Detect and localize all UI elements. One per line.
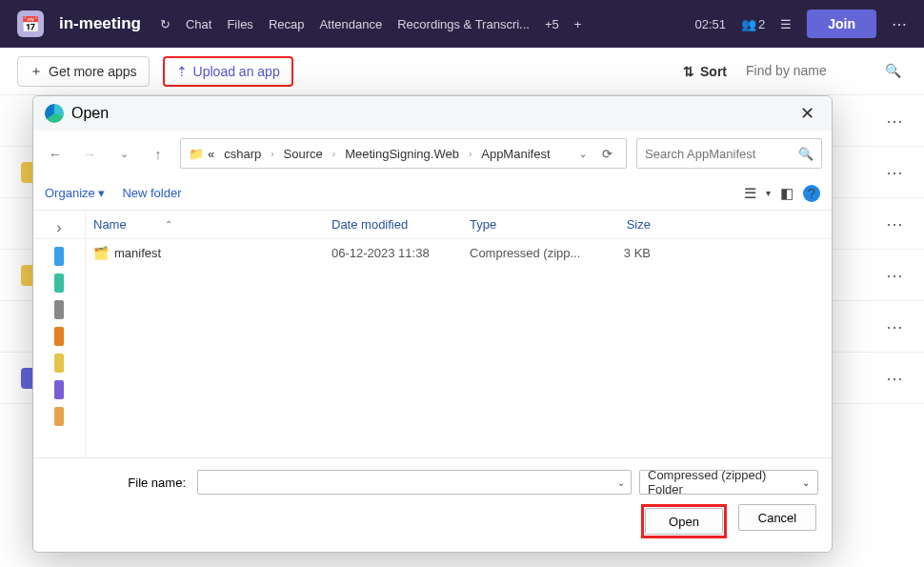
people-icon: 👥 (741, 17, 756, 31)
file-row[interactable]: 🗂️manifest 06-12-2023 11:38 Compressed (… (86, 239, 832, 266)
edge-icon (45, 104, 64, 123)
open-button[interactable]: Open (645, 508, 723, 535)
app-action-bar: ＋ Get more apps ⇡ Upload an app ⇅ Sort 🔍 (0, 48, 924, 95)
filename-dropdown-icon[interactable]: ⌄ (617, 477, 625, 488)
nav-recent-button[interactable]: ⌄ (111, 148, 136, 160)
search-icon: 🔍 (885, 63, 901, 78)
tab-chat[interactable]: Chat (186, 17, 211, 31)
list-icon[interactable]: ☰ (780, 17, 792, 31)
file-open-dialog: Open ✕ ← → ⌄ ↑ 📁 « csharp› Source› Meeti… (32, 95, 833, 553)
tab-recordings[interactable]: Recordings & Transcri... (397, 17, 530, 31)
breadcrumb-prefix: « (208, 147, 214, 161)
col-type-label[interactable]: Type (470, 217, 584, 232)
dialog-nav: ← → ⌄ ↑ 📁 « csharp› Source› MeetingSigni… (33, 131, 832, 176)
sidebar-place-3[interactable] (54, 300, 64, 319)
view-dropdown-icon[interactable]: ▾ (766, 188, 771, 198)
file-name-input-wrap[interactable]: ⌄ (197, 470, 632, 495)
dialog-sidebar: › (33, 211, 86, 457)
sidebar-place-7[interactable] (54, 407, 64, 426)
row-more-icon[interactable]: ⋯ (886, 111, 903, 132)
plus-icon: ＋ (30, 63, 43, 80)
file-date: 06-12-2023 11:38 (331, 246, 470, 260)
crumb-appmanifest[interactable]: AppManifest (475, 145, 555, 163)
column-headers[interactable]: Name⌃ Date modified Type Size (86, 211, 832, 239)
sync-icon[interactable]: ↻ (160, 17, 171, 31)
sidebar-place-1[interactable] (54, 247, 64, 266)
path-dropdown-icon[interactable]: ⌄ (573, 149, 593, 159)
organize-menu[interactable]: Organize ▾ (45, 186, 105, 200)
row-more-icon[interactable]: ⋯ (886, 316, 903, 337)
new-folder-button[interactable]: New folder (122, 186, 181, 200)
crumb-meetingsigning[interactable]: MeetingSigning.Web (339, 145, 465, 163)
refresh-button[interactable]: ⟳ (596, 147, 618, 161)
nav-up-button[interactable]: ↑ (146, 146, 171, 162)
tab-attendance[interactable]: Attendance (319, 17, 382, 31)
zip-icon: 🗂️ (93, 246, 109, 260)
more-tabs[interactable]: +5 (545, 17, 559, 31)
sidebar-place-5[interactable] (54, 354, 64, 373)
chevron-down-icon: ⌄ (802, 477, 810, 488)
dialog-search[interactable]: 🔍 (636, 138, 822, 169)
close-button[interactable]: ✕ (794, 101, 820, 126)
nav-back-button[interactable]: ← (43, 146, 68, 162)
sidebar-place-2[interactable] (54, 273, 64, 293)
meeting-title: in-meeting (59, 14, 141, 33)
view-list-icon[interactable]: ☰ (744, 185, 756, 202)
breadcrumb-path[interactable]: 📁 « csharp› Source› MeetingSigning.Web› … (180, 138, 627, 169)
tab-files[interactable]: Files (227, 17, 252, 31)
upload-icon: ⇡ (176, 64, 188, 79)
col-name-label[interactable]: Name (93, 217, 127, 232)
sidebar-place-4[interactable] (54, 327, 64, 346)
dialog-footer: File name: ⌄ Compressed (zipped) Folder … (33, 457, 832, 552)
get-more-apps-button[interactable]: ＋ Get more apps (17, 56, 150, 87)
join-button[interactable]: Join (807, 10, 876, 38)
file-size: 3 KB (584, 246, 651, 260)
row-more-icon[interactable]: ⋯ (886, 265, 903, 286)
find-input[interactable] (746, 63, 885, 78)
row-more-icon[interactable]: ⋯ (886, 213, 903, 234)
folder-icon: 📁 (189, 147, 204, 161)
row-more-icon[interactable]: ⋯ (886, 368, 903, 389)
calendar-icon: 📅 (17, 10, 44, 37)
sidebar-expand-button[interactable]: › (33, 216, 85, 239)
participants-count[interactable]: 👥 2 (741, 17, 765, 31)
file-name: manifest (114, 246, 161, 260)
dialog-toolbar: Organize ▾ New folder ☰ ▾ ◧ ? (33, 176, 832, 211)
nav-forward-button[interactable]: → (77, 146, 102, 162)
col-date-label[interactable]: Date modified (331, 217, 470, 232)
add-tab-button[interactable]: + (574, 17, 582, 31)
sort-button[interactable]: ⇅ Sort (683, 64, 727, 79)
preview-pane-icon[interactable]: ◧ (780, 185, 793, 202)
crumb-source[interactable]: Source (278, 145, 329, 163)
file-name-input[interactable] (204, 476, 617, 490)
tab-recap[interactable]: Recap (269, 17, 305, 31)
file-name-label: File name: (47, 476, 190, 490)
dialog-search-input[interactable] (645, 147, 798, 161)
find-by-name-search[interactable]: 🔍 (740, 59, 907, 83)
help-icon[interactable]: ? (803, 185, 820, 202)
meeting-timer: 02:51 (694, 17, 726, 31)
sort-icon: ⇅ (683, 64, 694, 79)
col-size-label[interactable]: Size (584, 217, 651, 232)
sort-indicator-icon: ⌃ (165, 219, 172, 230)
crumb-csharp[interactable]: csharp (218, 145, 267, 163)
file-type-select[interactable]: Compressed (zipped) Folder ⌄ (639, 470, 818, 495)
upload-app-button[interactable]: ⇡ Upload an app (163, 56, 293, 87)
cancel-button[interactable]: Cancel (738, 504, 816, 531)
search-icon: 🔍 (798, 147, 814, 161)
header-more-icon[interactable]: ⋯ (892, 15, 907, 33)
sidebar-place-6[interactable] (54, 380, 64, 399)
dialog-title: Open (71, 105, 109, 122)
dialog-titlebar: Open ✕ (33, 96, 832, 131)
file-list: Name⌃ Date modified Type Size 🗂️manifest… (86, 211, 832, 457)
row-more-icon[interactable]: ⋯ (886, 162, 903, 183)
file-type: Compressed (zipp... (470, 246, 584, 260)
meeting-header: 📅 in-meeting ↻ Chat Files Recap Attendan… (0, 0, 924, 48)
